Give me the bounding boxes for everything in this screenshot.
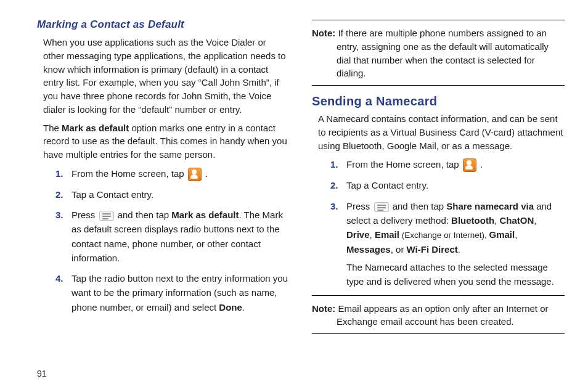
step-2: Tap a Contact entry. — [55, 187, 290, 202]
menu-icon — [99, 211, 114, 221]
bold-bluetooth: Bluetooth — [451, 215, 494, 226]
note-label: Note: — [312, 28, 335, 38]
text: Tap the radio button next to the entry i… — [71, 273, 288, 312]
subheading-marking-default: Marking a Contact as Default — [37, 18, 290, 31]
step-3: Press and then tap Mark as default. The … — [55, 208, 290, 265]
marking-explanation-paragraph: The Mark as default option marks one ent… — [43, 121, 290, 161]
note-email-option: Note: Email appears as an option only af… — [312, 300, 565, 333]
bold-drive: Drive — [346, 229, 370, 240]
bold-done: Done — [219, 302, 242, 312]
text: The — [43, 123, 62, 133]
step-3-followup: The Namecard attaches to the selected me… — [346, 260, 565, 289]
bold-mark-as-default: Mark as default — [171, 210, 239, 220]
left-column: Marking a Contact as Default When you us… — [37, 18, 290, 338]
text: and then tap — [390, 201, 447, 211]
bold-wifi-direct: Wi-Fi Direct — [407, 244, 458, 255]
divider — [312, 295, 565, 296]
text: Press — [346, 201, 373, 211]
section-heading-sending-namecard: Sending a Namecard — [312, 94, 565, 108]
marking-steps-list: From the Home screen, tap . Tap a Contac… — [55, 166, 290, 314]
bold-messages: Messages — [346, 244, 391, 255]
divider — [312, 333, 565, 334]
step-3: Press and then tap Share namecard via an… — [330, 199, 565, 289]
text: . — [242, 302, 245, 312]
step-2: Tap a Contact entry. — [330, 178, 565, 192]
contacts-icon — [188, 168, 202, 181]
marking-intro-paragraph: When you use applications such as the Vo… — [43, 36, 290, 116]
text: Press — [71, 210, 98, 220]
divider — [312, 85, 565, 86]
page-number: 91 — [37, 369, 47, 378]
right-column: Note: If there are multiple phone number… — [312, 18, 565, 338]
contacts-icon — [463, 158, 476, 172]
text: . — [458, 244, 460, 255]
email-paren: (Exchange or Internet), — [399, 231, 489, 240]
sep: , — [515, 229, 517, 240]
sep: , — [534, 215, 536, 226]
bold-share-namecard: Share namecard via — [446, 201, 534, 211]
sep: , — [370, 229, 375, 240]
text: From the Home screen, tap — [71, 168, 187, 179]
step-1: From the Home screen, tap . — [55, 166, 290, 181]
step-4: Tap the radio button next to the entry i… — [55, 271, 290, 314]
divider — [312, 20, 565, 20]
namecard-intro-paragraph: A Namecard contains contact information,… — [318, 112, 565, 152]
note-text: Email appears as an option only after an… — [335, 303, 548, 327]
bold-email: Email — [375, 229, 399, 240]
note-multiple-numbers: Note: If there are multiple phone number… — [312, 24, 565, 84]
text: . — [203, 168, 208, 179]
namecard-steps-list: From the Home screen, tap . Tap a Contac… — [330, 157, 565, 288]
sep-or: , or — [391, 244, 407, 255]
text: and then tap — [115, 210, 172, 220]
note-label: Note: — [312, 303, 335, 314]
step-1: From the Home screen, tap . — [330, 157, 565, 172]
bold-chaton: ChatON — [499, 215, 534, 226]
manual-page: Marking a Contact as Default When you us… — [0, 0, 588, 344]
menu-icon — [374, 202, 389, 212]
note-text: If there are multiple phone numbers assi… — [335, 28, 549, 78]
text: . — [478, 159, 483, 169]
text: From the Home screen, tap — [346, 159, 462, 169]
bold-mark-as-default: Mark as default — [62, 123, 129, 133]
bold-gmail: Gmail — [489, 229, 515, 240]
